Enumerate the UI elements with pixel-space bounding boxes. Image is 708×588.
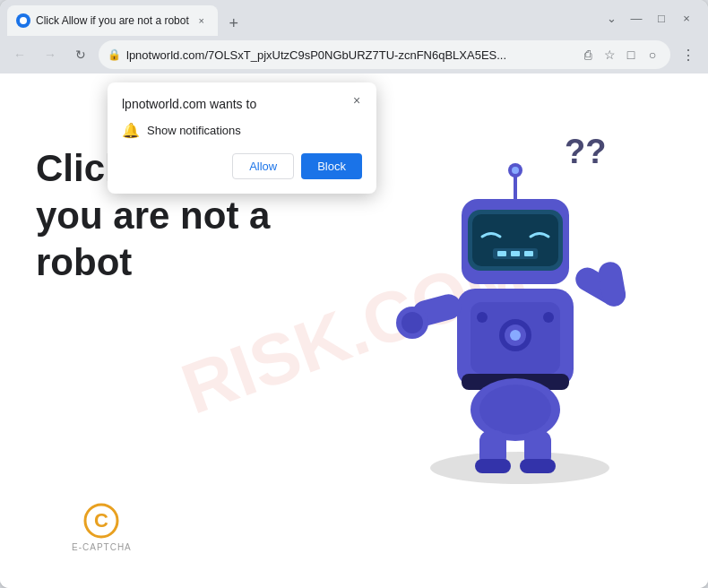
tab-title: Click Allow if you are not a robot — [36, 14, 189, 27]
ecaptcha-label: E-CAPTCHA — [72, 542, 132, 552]
popup-close-button[interactable]: × — [348, 91, 366, 109]
bookmark-icon[interactable]: ☆ — [600, 46, 618, 64]
svg-point-32 — [477, 312, 488, 323]
popup-buttons: Allow Block — [122, 153, 362, 179]
svg-point-19 — [512, 167, 519, 174]
active-tab[interactable]: Click Allow if you are not a robot × — [7, 5, 218, 36]
minimize-button[interactable]: — — [626, 7, 647, 29]
svg-text:C: C — [94, 509, 108, 532]
svg-rect-24 — [597, 260, 627, 308]
window-controls: ⌄ — □ × — [600, 7, 701, 29]
notification-label: Show notifications — [147, 124, 241, 137]
svg-rect-15 — [511, 251, 520, 256]
bell-icon: 🔔 — [122, 122, 140, 139]
reload-button[interactable]: ↻ — [68, 42, 93, 67]
ecaptcha-logo-icon: C — [83, 503, 119, 539]
forward-button[interactable]: → — [38, 42, 63, 67]
popup-title: lpnotworld.com wants to — [122, 97, 362, 111]
svg-rect-26 — [475, 459, 511, 473]
svg-point-9 — [479, 385, 551, 435]
svg-text:??: ?? — [565, 133, 606, 170]
notification-popup: × lpnotworld.com wants to 🔔 Show notific… — [108, 82, 376, 194]
chevron-down-icon[interactable]: ⌄ — [600, 7, 622, 29]
address-icons: ⎙ ☆ □ ○ — [579, 46, 661, 64]
ecaptcha-logo-area: C E-CAPTCHA — [72, 503, 132, 552]
page-background: RISK.COM Click Allow if you are not a ro… — [0, 74, 708, 588]
robot-illustration: ?? — [376, 100, 681, 513]
close-button[interactable]: × — [676, 7, 697, 29]
svg-point-22 — [401, 312, 423, 333]
robot-svg: ?? — [376, 100, 663, 486]
svg-point-3 — [430, 452, 609, 484]
svg-point-33 — [543, 312, 554, 323]
share-icon[interactable]: ⎙ — [579, 46, 597, 64]
svg-point-31 — [510, 330, 521, 341]
svg-point-0 — [20, 17, 27, 24]
profile-icon[interactable]: ○ — [643, 46, 661, 64]
svg-rect-28 — [520, 459, 556, 473]
address-bar-input[interactable]: 🔒 lpnotworld.com/7OLSxT_pjxUtzC9sP0NGbUR… — [99, 40, 670, 69]
browser-window: Click Allow if you are not a robot × + ⌄… — [0, 0, 708, 588]
tab-close-button[interactable]: × — [194, 13, 209, 28]
allow-button[interactable]: Allow — [232, 153, 294, 179]
notification-row: 🔔 Show notifications — [122, 122, 362, 139]
url-text: lpnotworld.com/7OLSxT_pjxUtzC9sP0NGbURZ7… — [126, 48, 574, 62]
block-button[interactable]: Block — [301, 153, 362, 179]
browser-menu-button[interactable]: ⋮ — [676, 42, 701, 67]
svg-rect-16 — [524, 251, 533, 256]
lock-icon: 🔒 — [108, 48, 121, 61]
tab-bar: Click Allow if you are not a robot × + — [7, 0, 600, 36]
address-bar: ← → ↻ 🔒 lpnotworld.com/7OLSxT_pjxUtzC9sP… — [0, 36, 708, 74]
extension-icon[interactable]: □ — [622, 46, 640, 64]
title-bar: Click Allow if you are not a robot × + ⌄… — [0, 0, 708, 36]
restore-button[interactable]: □ — [651, 7, 672, 29]
new-tab-button[interactable]: + — [221, 11, 246, 36]
svg-rect-14 — [497, 251, 506, 256]
page-content: RISK.COM Click Allow if you are not a ro… — [0, 74, 708, 588]
tab-favicon — [16, 13, 30, 28]
back-button[interactable]: ← — [7, 42, 32, 67]
